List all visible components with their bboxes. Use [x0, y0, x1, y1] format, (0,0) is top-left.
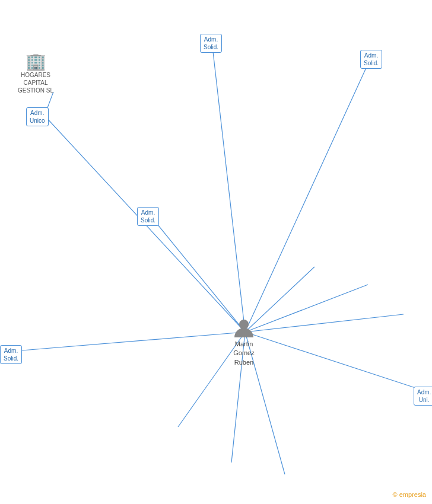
- building-node[interactable]: 🏢 HOGARES CAPITAL GESTION SL: [18, 53, 53, 94]
- role-node-adm-solid-2[interactable]: Adm. Solid.: [360, 50, 382, 69]
- role-node-adm-solid-1[interactable]: Adm. Solid.: [200, 34, 222, 53]
- role-node-adm-uni-2[interactable]: Adm. Uni.: [414, 387, 432, 406]
- svg-line-6: [245, 267, 315, 332]
- role-node-adm-solid-4[interactable]: Adm. Solid.: [0, 345, 22, 364]
- svg-point-13: [239, 320, 249, 329]
- role-node-adm-solid-3[interactable]: Adm. Solid.: [137, 207, 159, 226]
- svg-line-4: [15, 332, 245, 351]
- network-svg: [0, 0, 432, 504]
- svg-line-3: [150, 215, 245, 332]
- center-node[interactable]: Martin Gomez Ruben: [233, 317, 255, 367]
- building-icon: 🏢: [26, 53, 46, 70]
- svg-line-5: [245, 332, 426, 391]
- center-person-name: Martin Gomez Ruben: [233, 340, 254, 367]
- copyright-symbol: ©: [393, 491, 399, 498]
- svg-line-1: [212, 42, 245, 332]
- building-name: HOGARES CAPITAL GESTION SL: [18, 71, 53, 94]
- watermark: © empresia: [393, 491, 426, 498]
- person-icon: [233, 317, 255, 339]
- role-node-adm-unico-1[interactable]: Adm. Unico: [26, 107, 49, 126]
- brand-name: empresia: [399, 491, 426, 498]
